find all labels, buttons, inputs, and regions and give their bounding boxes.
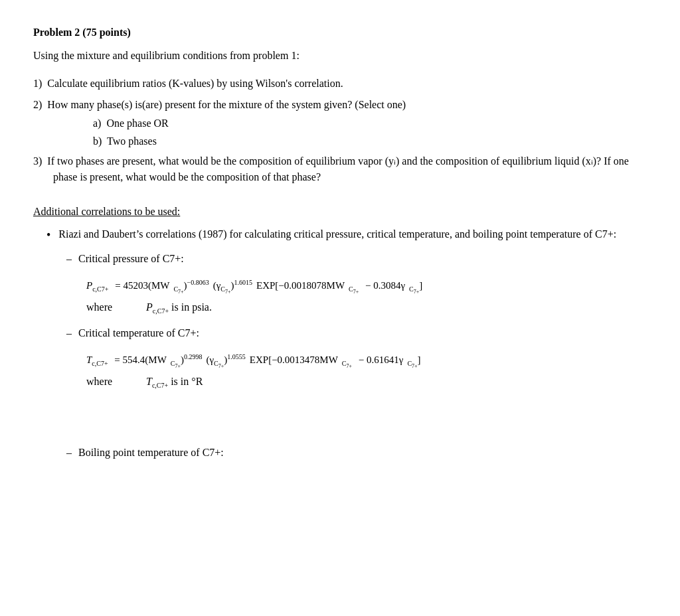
dash-label-3: Boiling point temperature of C7+: — [78, 445, 647, 461]
bullet-item: • Riazi and Daubert’s correlations (1987… — [46, 226, 647, 244]
intro-text: Using the mixture and equilibrium condit… — [33, 48, 647, 64]
sub-item-a: a) One phase OR — [93, 116, 647, 131]
where-label-1: where — [86, 301, 126, 313]
equation-temperature-row: Tc,C7+ = 554.4(MW C7+)0.2998 (γC7+)1.055… — [86, 353, 647, 369]
dash-item-2: – Critical temperature of C7+: — [66, 325, 647, 341]
list-item-3: 3) If two phases are present, what would… — [33, 153, 647, 185]
where-block-2: where Tc,C7+ is in °R — [86, 376, 647, 389]
exp-mw-sub-2: C7+ — [342, 354, 352, 369]
list-item-1: 1) Calculate equilibrium ratios (K-value… — [33, 76, 647, 92]
dash-item-1: – Critical pressure of C7+: — [66, 251, 647, 267]
problem-title: Problem 2 (75 points) — [33, 27, 647, 38]
exp-term-2: EXP[−0.0013478MW — [250, 354, 338, 366]
equation-pressure-row: Pc,C7+ = 45203(MW C7+)−0.8063 (γC7+)1.60… — [86, 279, 647, 295]
mw-sub-1: C7+)−0.8063 — [173, 279, 209, 295]
end-term-2: − 0.61641γ — [356, 354, 403, 366]
bullet-section: • Riazi and Daubert’s correlations (1987… — [46, 226, 647, 461]
dash-icon-1: – — [66, 251, 72, 267]
tc-symbol: Tc,C7+ — [86, 354, 108, 367]
eq-sign: = 45203(MW — [112, 280, 169, 291]
pc-symbol: Pc,C7+ — [86, 280, 108, 293]
gamma-sub-1: C7+] — [409, 280, 422, 295]
dash-label-2: Critical temperature of C7+: — [78, 325, 647, 341]
end-term-1: − 0.3084γ — [363, 280, 405, 291]
dash-icon-2: – — [66, 325, 72, 341]
bullet-icon: • — [46, 226, 50, 244]
formula-temperature: Tc,C7+ = 554.4(MW C7+)0.2998 (γC7+)1.055… — [86, 353, 647, 369]
mw-sub-2: C7+)0.2998 — [171, 353, 203, 369]
where-label-2: where — [86, 376, 126, 388]
eq-sign-2: = 554.4(MW — [112, 354, 167, 366]
exp-term-1: EXP[−0.0018078MW — [256, 280, 345, 291]
sub-list: a) One phase OR b) Two phases — [93, 116, 647, 149]
additional-title: Additional correlations to be used: — [33, 204, 647, 220]
where-block-1: where Pc,C7+ is in psia. — [86, 301, 647, 315]
numbered-list: 1) Calculate equilibrium ratios (K-value… — [33, 76, 647, 185]
exp-mw-sub-1: C7+ — [349, 280, 359, 295]
yc-term-1: (γC7+)1.6015 — [213, 279, 252, 295]
bullet-text: Riazi and Daubert’s correlations (1987) … — [58, 226, 647, 242]
where-var-1: Pc,C7+ is in psia. — [146, 301, 212, 315]
dash-item-3: – Boiling point temperature of C7+: — [66, 445, 647, 461]
yc-term-2: (γC7+)1.0555 — [206, 353, 245, 369]
gamma-sub-2: C7+] — [407, 354, 420, 369]
dash-icon-3: – — [66, 445, 72, 461]
where-var-2: Tc,C7+ is in °R — [146, 376, 203, 389]
list-item-2: 2) How many phase(s) is(are) present for… — [33, 97, 647, 149]
sub-item-b: b) Two phases — [93, 133, 647, 149]
formula-pressure: Pc,C7+ = 45203(MW C7+)−0.8063 (γC7+)1.60… — [86, 279, 647, 295]
dash-label-1: Critical pressure of C7+: — [78, 251, 647, 267]
